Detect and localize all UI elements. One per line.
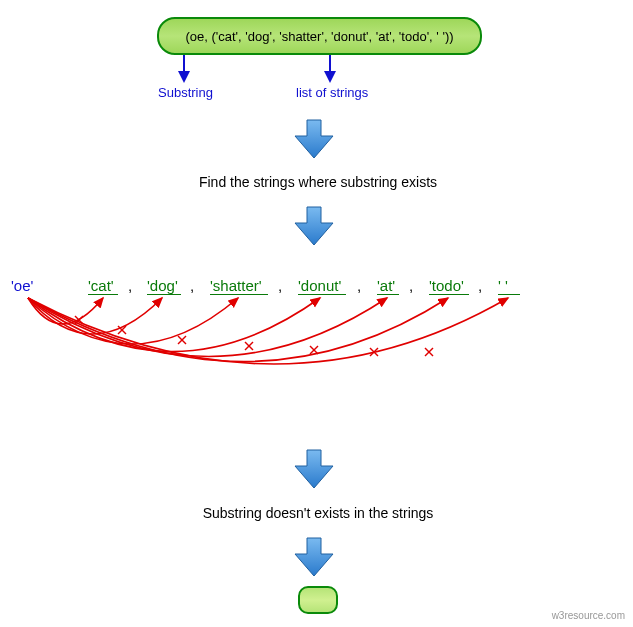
down-arrow-icon xyxy=(293,118,335,160)
down-arrow-icon xyxy=(293,536,335,578)
pointer-arrow-list xyxy=(320,55,340,83)
down-arrow-icon xyxy=(293,448,335,490)
down-arrow-icon xyxy=(293,205,335,247)
step2-text: Substring doesn't exists in the strings xyxy=(178,505,458,521)
pointer-arrow-substring xyxy=(174,55,194,83)
curved-arrows xyxy=(0,290,633,430)
result-box xyxy=(298,586,338,614)
label-list: list of strings xyxy=(296,85,368,100)
step1-text: Find the strings where substring exists xyxy=(188,174,448,190)
input-box: (oe, ('cat', 'dog', 'shatter', 'donut', … xyxy=(157,17,482,55)
watermark: w3resource.com xyxy=(552,610,625,621)
label-substring: Substring xyxy=(158,85,213,100)
